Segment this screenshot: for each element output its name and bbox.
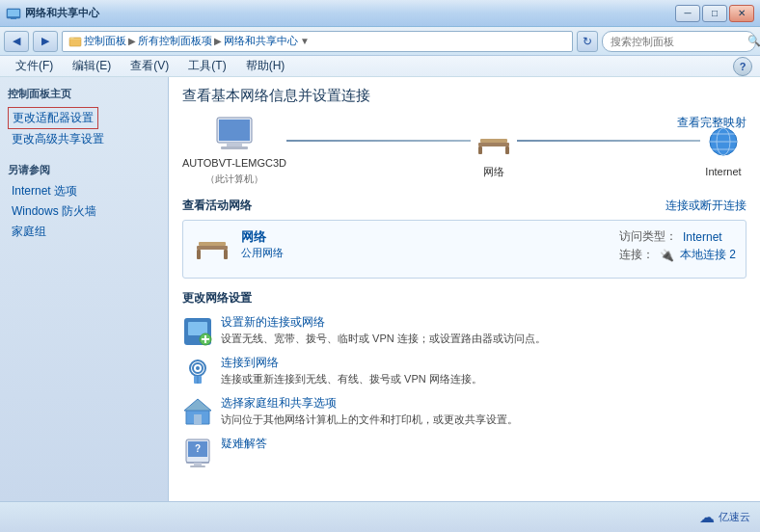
titlebar-controls: ─ □ ✕ (675, 5, 754, 22)
network-line-2 (517, 140, 701, 142)
sidebar-item-adapter-settings[interactable]: 更改适配器设置 (8, 107, 98, 129)
back-button[interactable]: ◀ (4, 31, 29, 52)
sidebar-other-title: 另请参阅 (8, 163, 160, 177)
svg-rect-17 (197, 246, 228, 250)
main-layout: 控制面板主页 更改适配器设置 更改高级共享设置 另请参阅 Internet 选项… (0, 77, 760, 501)
sidebar-main-section: 控制面板主页 更改适配器设置 更改高级共享设置 (8, 87, 160, 149)
new-connection-desc: 设置无线、宽带、拨号、临时或 VPN 连接；或设置路由器或访问点。 (221, 332, 546, 344)
address-bar: ◀ ▶ 控制面板 ▶ 所有控制面板项 ▶ 网络和共享中心 ▼ ↻ 🔍 (0, 27, 760, 56)
connect-network-text: 连接到网络 连接或重新连接到无线、有线、拨号或 VPN 网络连接。 (221, 355, 746, 386)
svg-rect-2 (11, 18, 16, 19)
svg-rect-19 (224, 250, 228, 259)
active-network-header: 查看活动网络 连接或断开连接 (182, 198, 746, 214)
svg-rect-11 (480, 139, 507, 143)
breadcrumb-allpanels[interactable]: 所有控制面板项 (138, 34, 212, 48)
connection-row: 连接： 🔌 本地连接 2 (619, 247, 736, 263)
forward-button[interactable]: ▶ (33, 31, 58, 52)
network-diagram: AUTOBVT-LEMGC3D （此计算机） 网络 (182, 115, 746, 186)
access-label: 访问类型： (619, 228, 677, 245)
net-details: 访问类型： Internet 连接： 🔌 本地连接 2 (619, 228, 736, 263)
brand-label: ☁ 亿速云 (699, 508, 750, 526)
network-node-label: 网络 (483, 165, 504, 179)
svg-rect-10 (505, 146, 509, 154)
sidebar-item-firewall[interactable]: Windows 防火墙 (8, 201, 160, 222)
svg-rect-7 (221, 146, 248, 149)
content-area: 查看基本网络信息并设置连接 AUTOBVT-LEMGC3D （此计算机） (169, 77, 760, 501)
active-net-icon (193, 232, 231, 270)
troubleshoot-link[interactable]: 疑难解答 (221, 436, 746, 452)
close-button[interactable]: ✕ (729, 5, 754, 22)
view-full-map-link[interactable]: 查看完整映射 (677, 115, 746, 131)
sidebar-item-internet-options[interactable]: Internet 选项 (8, 181, 160, 201)
settings-item-troubleshoot: ? 疑难解答 (182, 436, 746, 468)
svg-rect-1 (8, 10, 19, 16)
connection-label: 连接： (619, 247, 654, 263)
minimize-button[interactable]: ─ (675, 5, 700, 22)
sidebar-item-advanced-sharing[interactable]: 更改高级共享设置 (8, 129, 160, 149)
new-connection-link[interactable]: 设置新的连接或网络 (221, 314, 746, 331)
access-value: Internet (683, 230, 722, 244)
connect-network-icon (182, 357, 213, 387)
sidebar: 控制面板主页 更改适配器设置 更改高级共享设置 另请参阅 Internet 选项… (0, 77, 169, 501)
breadcrumb-current[interactable]: 网络和共享中心 (224, 34, 298, 48)
svg-point-28 (196, 366, 200, 370)
titlebar: 网络和共享中心 ─ □ ✕ (0, 0, 760, 27)
connect-network-link[interactable]: 连接到网络 (221, 355, 746, 371)
titlebar-title: 网络和共享中心 (25, 6, 99, 20)
refresh-button[interactable]: ↻ (577, 31, 598, 52)
menu-view[interactable]: 查看(V) (122, 56, 176, 76)
computer-icon (211, 115, 258, 153)
active-network-card: 网络 公用网络 访问类型： Internet 连接： 🔌 本地连接 2 (182, 220, 746, 279)
svg-rect-20 (199, 242, 226, 246)
network-icon (471, 122, 517, 161)
connect-network-desc: 连接或重新连接到无线、有线、拨号或 VPN 网络连接。 (221, 373, 482, 385)
svg-rect-36 (194, 463, 202, 466)
network-node-network: 网络 (471, 122, 517, 179)
network-node-computer: AUTOBVT-LEMGC3D （此计算机） (182, 115, 286, 186)
sidebar-other-section: 另请参阅 Internet 选项 Windows 防火墙 家庭组 (8, 163, 160, 242)
breadcrumb: 控制面板 ▶ 所有控制面板项 ▶ 网络和共享中心 ▼ (62, 31, 573, 52)
settings-item-new-connection: 设置新的连接或网络 设置无线、宽带、拨号、临时或 VPN 连接；或设置路由器或访… (182, 314, 746, 347)
access-type-row: 访问类型： Internet (619, 228, 736, 245)
troubleshoot-text: 疑难解答 (221, 436, 746, 453)
computer-node-sublabel: （此计算机） (205, 173, 263, 186)
menu-help[interactable]: 帮助(H) (238, 56, 293, 76)
svg-text:?: ? (195, 443, 201, 454)
svg-rect-37 (190, 466, 205, 467)
titlebar-left: 网络和共享中心 (6, 6, 99, 21)
svg-rect-31 (194, 414, 202, 424)
active-net-info: 网络 公用网络 (241, 228, 610, 260)
troubleshoot-icon: ? (182, 438, 213, 468)
menu-tools[interactable]: 工具(T) (180, 56, 233, 76)
sidebar-section-title: 控制面板主页 (8, 87, 160, 101)
new-connection-icon (182, 316, 213, 347)
app-icon (6, 6, 21, 21)
svg-rect-8 (478, 143, 509, 146)
search-icon[interactable]: 🔍 (747, 35, 760, 47)
help-button[interactable]: ? (733, 57, 752, 76)
homegroup-settings-icon (182, 397, 213, 428)
svg-marker-32 (184, 399, 211, 411)
breadcrumb-controlpanel[interactable]: 控制面板 (84, 34, 126, 48)
change-section-title: 更改网络设置 (182, 290, 746, 306)
network-node-internet: Internet (700, 123, 746, 177)
homegroup-settings-desc: 访问位于其他网络计算机上的文件和打印机，或更改共享设置。 (221, 413, 518, 425)
svg-rect-18 (197, 250, 201, 259)
menu-edit[interactable]: 编辑(E) (65, 56, 119, 76)
maximize-button[interactable]: □ (702, 5, 727, 22)
page-title: 查看基本网络信息并设置连接 (182, 87, 746, 105)
net-name[interactable]: 网络 (241, 228, 610, 246)
sidebar-item-homegroup[interactable]: 家庭组 (8, 222, 160, 242)
net-type[interactable]: 公用网络 (241, 247, 284, 258)
disconnect-link[interactable]: 连接或断开连接 (665, 198, 746, 214)
homegroup-settings-link[interactable]: 选择家庭组和共享选项 (221, 395, 746, 412)
active-network-title: 查看活动网络 (182, 198, 252, 214)
svg-rect-5 (219, 120, 250, 141)
settings-item-homegroup: 选择家庭组和共享选项 访问位于其他网络计算机上的文件和打印机，或更改共享设置。 (182, 395, 746, 428)
search-input[interactable] (611, 36, 744, 47)
menu-file[interactable]: 文件(F) (8, 56, 61, 76)
connection-value[interactable]: 本地连接 2 (680, 247, 736, 263)
brand-text: 亿速云 (719, 510, 750, 524)
status-bar: ☁ 亿速云 (0, 501, 760, 532)
svg-rect-6 (227, 143, 242, 146)
